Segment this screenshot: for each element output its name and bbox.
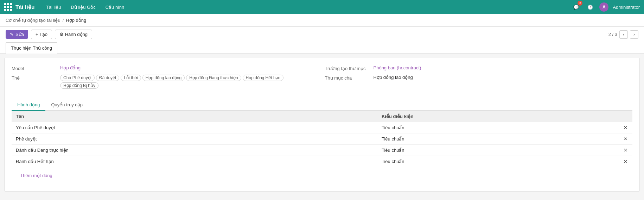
tags-field-row: Thẻ Chờ Phê duyệt Đã duyệt Lỗi thời Hợp …: [12, 75, 319, 89]
row-name[interactable]: Đánh dấu Đang thực hiện: [12, 145, 377, 156]
user-avatar[interactable]: A: [599, 2, 608, 12]
tag-item[interactable]: Hợp đồng Đang thực hiện: [186, 75, 241, 81]
tag-item[interactable]: Hợp đồng lao động: [142, 75, 185, 81]
messages-badge: 3: [578, 1, 582, 6]
pager-text: 2 / 3: [608, 32, 617, 37]
row-condition: Tiêu chuẩn: [377, 122, 618, 133]
row-name[interactable]: Yêu cầu Phê duyệt: [12, 122, 377, 133]
apps-grid-icon[interactable]: [4, 3, 12, 11]
col-actions-header: [618, 111, 632, 122]
delete-row-button[interactable]: ✕: [618, 156, 632, 167]
row-condition: Tiêu chuẩn: [377, 156, 618, 167]
nav-brand[interactable]: Tài liệu: [15, 4, 35, 10]
clock-icon-btn[interactable]: 🕐: [585, 2, 595, 12]
edit-button[interactable]: ✎ Sửa: [6, 30, 28, 39]
table-row: Đánh dấu Đang thực hiện Tiêu chuẩn ✕: [12, 145, 632, 156]
model-value[interactable]: Hợp đồng: [60, 65, 81, 70]
pencil-icon: ✎: [10, 32, 14, 37]
pager-prev-button[interactable]: ‹: [619, 30, 628, 39]
tags-container: Chờ Phê duyệt Đã duyệt Lỗi thời Hợp đồng…: [60, 75, 319, 89]
actions-table: Tên Kiểu điều kiện Yêu cầu Phê duyệt Tiê…: [12, 111, 632, 184]
toolbar-right: 2 / 3 ‹ ›: [608, 30, 638, 39]
top-navigation: Tài liệu Tài liệu Dữ liệu Gốc Cấu hình 💬…: [0, 0, 644, 14]
manual-tab-bar: Thực hiện Thủ công: [0, 42, 644, 54]
tag-item[interactable]: Lỗi thời: [121, 75, 141, 81]
add-row-row: Thêm một dòng: [12, 167, 632, 184]
nav-menu-documents[interactable]: Tài liệu: [41, 0, 66, 14]
nav-right-area: 💬 3 🕐 A Administrator: [571, 2, 640, 12]
form-main-section: Model Hợp đồng Thẻ Chờ Phê duyệt Đã duyệ…: [12, 65, 632, 92]
row-condition: Tiêu chuẩn: [377, 145, 618, 156]
messages-icon-btn[interactable]: 💬 3: [571, 2, 581, 12]
tag-item[interactable]: Hợp đồng Bị hủy: [60, 82, 98, 89]
create-button[interactable]: + Tạo: [31, 30, 52, 39]
tags-label: Thẻ: [12, 75, 57, 81]
clock-icon: 🕐: [587, 5, 593, 10]
pager-next-button[interactable]: ›: [630, 30, 638, 39]
table-row: Yêu cầu Phê duyệt Tiêu chuẩn ✕: [12, 122, 632, 133]
nav-menu-source-data[interactable]: Dữ liệu Gốc: [66, 0, 100, 14]
delete-row-button[interactable]: ✕: [618, 133, 632, 145]
breadcrumb: Cơ chế tự động tạo tài liệu / Hợp đồng: [0, 14, 644, 27]
parent-folder-value[interactable]: Hợp đồng lao động: [374, 75, 413, 80]
col-name-header: Tên: [12, 111, 377, 122]
tag-item[interactable]: Đã duyệt: [96, 75, 119, 81]
form-content: Model Hợp đồng Thẻ Chờ Phê duyệt Đã duyệ…: [4, 58, 640, 192]
user-name[interactable]: Administrator: [613, 5, 640, 10]
row-condition: Tiêu chuẩn: [377, 133, 618, 145]
tag-item[interactable]: Hợp đồng Hết hạn: [243, 75, 284, 81]
row-name[interactable]: Phê duyệt: [12, 133, 377, 145]
nav-menu: Tài liệu Dữ liệu Gốc Cấu hình: [41, 0, 572, 14]
create-label: + Tạo: [36, 32, 47, 37]
edit-label: Sửa: [15, 32, 24, 37]
add-row-button[interactable]: Thêm một dòng: [16, 170, 57, 181]
delete-row-button[interactable]: ✕: [618, 122, 632, 133]
breadcrumb-parent[interactable]: Cơ chế tự động tạo tài liệu: [6, 18, 60, 23]
folder-create-label: Trường tạo thư mục: [325, 65, 371, 71]
folder-create-value[interactable]: Phòng ban (hr.contract): [374, 65, 421, 70]
delete-row-button[interactable]: ✕: [618, 145, 632, 156]
form-right-column: Trường tạo thư mục Phòng ban (hr.contrac…: [325, 65, 633, 92]
action-button[interactable]: ⚙ Hành động: [55, 30, 92, 39]
form-left-column: Model Hợp đồng Thẻ Chờ Phê duyệt Đã duyệ…: [12, 65, 319, 92]
manual-tab-item[interactable]: Thực hiện Thủ công: [6, 42, 57, 54]
toolbar: ✎ Sửa + Tạo ⚙ Hành động 2 / 3 ‹ ›: [0, 27, 644, 42]
model-field-row: Model Hợp đồng: [12, 65, 319, 71]
table-row: Đánh dấu Hết hạn Tiêu chuẩn ✕: [12, 156, 632, 167]
row-name[interactable]: Đánh dấu Hết hạn: [12, 156, 377, 167]
parent-folder-field-row: Thư mục cha Hợp đồng lao động: [325, 75, 633, 81]
tag-item[interactable]: Chờ Phê duyệt: [60, 75, 95, 81]
sub-tabs-bar: Hành động Quyền truy cập: [12, 99, 632, 111]
tab-actions[interactable]: Hành động: [12, 99, 45, 111]
breadcrumb-current: Hợp đồng: [66, 18, 86, 23]
tab-access-rights[interactable]: Quyền truy cập: [45, 99, 88, 111]
parent-folder-label: Thư mục cha: [325, 75, 371, 81]
folder-create-field-row: Trường tạo thư mục Phòng ban (hr.contrac…: [325, 65, 633, 71]
action-label: ⚙ Hành động: [59, 32, 88, 37]
nav-menu-config[interactable]: Cấu hình: [101, 0, 129, 14]
model-label: Model: [12, 65, 57, 71]
col-condition-header: Kiểu điều kiện: [377, 111, 618, 122]
table-row: Phê duyệt Tiêu chuẩn ✕: [12, 133, 632, 145]
breadcrumb-separator: /: [63, 18, 64, 23]
